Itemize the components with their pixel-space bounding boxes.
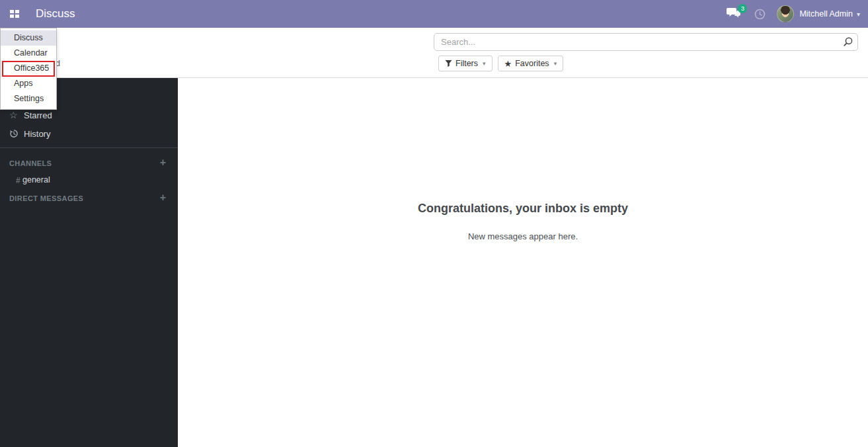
star-icon: ☆ [9,110,24,120]
discuss-sidebar: ☆ Starred History CHANNELS + # general D… [0,78,178,447]
hash-icon: # [16,176,20,185]
apps-grid-icon [10,10,19,18]
add-direct-message-button[interactable]: + [160,192,166,204]
sidebar-item-label: History [24,129,50,139]
main-content: Congratulations, your inbox is empty New… [178,78,868,447]
apps-dropdown-menu: Discuss Calendar Office365 Apps Settings [0,28,57,110]
control-panel: d Filters ▾ ★ Favorites ▾ [0,28,868,78]
channel-item-general[interactable]: # general [0,175,178,188]
sidebar-item-history[interactable]: History [0,126,178,142]
search-box [434,33,858,51]
direct-messages-section-title: DIRECT MESSAGES [9,194,83,202]
avatar [777,5,794,22]
channels-section-header: CHANNELS + [0,159,178,170]
topbar-systray: 3 Mitchell Admin ▾ [726,0,860,28]
chevron-down-icon: ▾ [483,60,486,67]
apps-menu-item-settings[interactable]: Settings [1,91,56,106]
top-navbar: Discuss 3 Mitchell Admin ▾ [0,0,868,28]
favorites-button[interactable]: ★ Favorites ▾ [498,56,564,71]
apps-menu-item-office365[interactable]: Office365 [1,61,56,76]
app-title: Discuss [36,7,75,20]
discuss-app-page: Discuss 3 Mitchell Admin ▾ d [0,0,868,447]
user-name: Mitchell Admin [799,9,853,19]
add-channel-button[interactable]: + [160,157,166,169]
apps-menu-toggle[interactable] [6,5,23,22]
user-menu[interactable]: Mitchell Admin ▾ [777,5,860,22]
sidebar-divider [0,147,178,148]
channel-name: general [22,175,50,184]
messaging-menu-button[interactable]: 3 [726,6,743,22]
history-icon [9,129,24,138]
apps-menu-item-apps[interactable]: Apps [1,76,56,91]
favorites-button-label: Favorites [515,59,549,68]
search-icon[interactable] [842,36,853,48]
apps-menu-item-discuss[interactable]: Discuss [1,30,56,46]
channels-section-title: CHANNELS [9,159,52,167]
filters-button-label: Filters [455,59,478,68]
empty-inbox-title: Congratulations, your inbox is empty [178,202,868,216]
activity-clock-icon[interactable] [754,9,766,20]
chevron-down-icon: ▾ [857,11,860,18]
direct-messages-section-header: DIRECT MESSAGES + [0,194,178,205]
filter-funnel-icon [445,60,452,67]
empty-inbox-subtitle: New messages appear here. [178,231,868,241]
search-input[interactable] [434,33,858,51]
sidebar-item-label: Starred [24,110,52,120]
empty-inbox-state: Congratulations, your inbox is empty New… [178,202,868,241]
chevron-down-icon: ▾ [554,60,557,67]
filters-button[interactable]: Filters ▾ [438,56,493,71]
search-filter-buttons: Filters ▾ ★ Favorites ▾ [438,56,563,71]
star-icon: ★ [504,59,512,69]
unread-count-badge: 3 [738,4,747,13]
apps-menu-item-calendar[interactable]: Calendar [1,46,56,61]
